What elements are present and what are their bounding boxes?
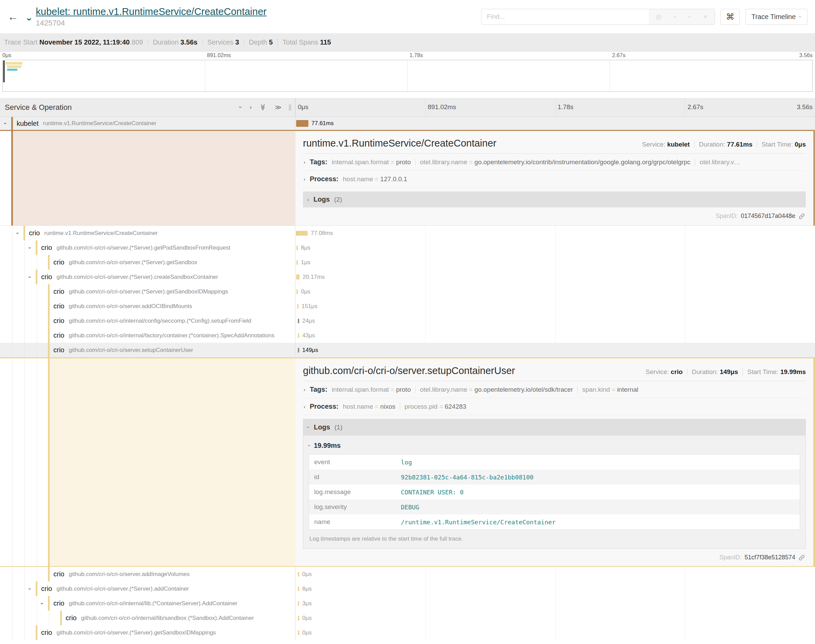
span-duration-bar[interactable] — [298, 601, 299, 606]
chevron-right-icon: › — [303, 159, 305, 165]
keyboard-shortcuts-button[interactable]: ⌘ — [720, 9, 740, 25]
span-duration-bar[interactable] — [298, 587, 299, 591]
trace-minimap: 0μs 891.02ms 1.78s 2.67s 3.56s — [0, 52, 815, 93]
back-icon[interactable]: ← — [8, 11, 18, 23]
chevron-down-icon[interactable]: › — [27, 244, 33, 251]
find-prev-icon[interactable]: › — [670, 9, 678, 25]
span-duration-bar[interactable] — [297, 304, 299, 309]
span-row-sandbox-addcontainer[interactable]: criogithub.com/cri-o/cri-o/internal/lib/… — [0, 611, 815, 625]
chevron-right-icon: › — [303, 176, 305, 182]
process-accordion[interactable]: › Process: host.name=127.0.0.1 — [303, 171, 806, 188]
find-box: ◎ › › × — [481, 9, 715, 25]
detail-indent-area — [0, 358, 296, 566]
span-row-addimagevolumes[interactable]: criogithub.com/cri-o/cri-o/server.addIma… — [0, 567, 815, 581]
find-next-icon[interactable]: › — [686, 9, 694, 25]
service-color-bar — [48, 284, 50, 299]
span-detail-panel-kubelet: runtime.v1.RuntimeService/CreateContaine… — [0, 130, 815, 226]
log-timestamps-note: Log timestamps are relative to the start… — [309, 530, 800, 545]
trace-duration: Duration 3.56s — [153, 38, 197, 46]
detail-title: runtime.v1.RuntimeService/CreateContaine… — [303, 138, 496, 149]
span-detail-panel-setupcontaineruser: github.com/cri-o/cri-o/server.setupConta… — [0, 357, 815, 567]
detail-title: github.com/cri-o/cri-o/server.setupConta… — [303, 365, 515, 376]
view-select-button[interactable]: Trace Timeline › — [745, 9, 807, 25]
minimap-drag-handle[interactable] — [3, 61, 5, 82]
collapse-one-icon[interactable]: › — [236, 106, 244, 108]
chevron-down-icon[interactable]: › — [27, 274, 33, 281]
span-duration-bar[interactable] — [298, 616, 299, 621]
locate-icon[interactable]: ◎ — [651, 12, 666, 21]
service-color-bar — [48, 343, 50, 357]
chevron-down-icon[interactable]: › — [2, 120, 9, 127]
trace-total-spans: Total Spans 115 — [283, 38, 331, 46]
expand-one-icon[interactable]: › — [250, 103, 251, 111]
span-row-getsandbox[interactable]: criogithub.com/cri-o/cri-o/server.(*Serv… — [0, 255, 815, 270]
logs-count: (1) — [335, 424, 342, 431]
chevron-right-icon: › — [303, 403, 305, 409]
span-row-specaddannotations[interactable]: criogithub.com/cri-o/cri-o/internal/fact… — [0, 328, 815, 343]
span-duration-bar[interactable] — [298, 630, 299, 635]
span-duration-label: 77.61ms — [311, 120, 334, 127]
chevron-down-icon[interactable]: › — [15, 230, 21, 237]
log-field-row: log.severityDEBUG — [309, 500, 800, 514]
trace-depth: Depth 5 — [249, 38, 273, 46]
trace-start: Trace Start November 15 2022, 11:19:40.8… — [4, 38, 143, 46]
log-entry-header[interactable]: › 19.99ms — [309, 441, 800, 454]
span-duration-bar[interactable] — [296, 274, 300, 279]
divider — [244, 39, 244, 46]
tags-accordion[interactable]: › Tags: internal.span.format=proto otel.… — [303, 381, 806, 398]
logs-accordion[interactable]: › Logs (2) — [303, 192, 806, 207]
trace-timeline-page: ← › kubelet: runtime.v1.RuntimeService/C… — [0, 0, 815, 644]
span-row-seccomp-setupfromfield[interactable]: criogithub.com/cri-o/cri-o/internal/conf… — [0, 313, 815, 328]
minimap-span-bar-teal — [7, 69, 17, 71]
span-row-addcontainer[interactable]: › criogithub.com/cri-o/cri-o/server.(*Se… — [0, 581, 815, 596]
chevron-down-icon: › — [798, 16, 803, 18]
tree-controls: › › ≫ ≫ — [239, 103, 282, 111]
span-row-getsandboxidmappings-2[interactable]: criogithub.com/cri-o/cri-o/server.(*Serv… — [0, 625, 815, 640]
span-duration-bar[interactable] — [296, 231, 308, 236]
span-row-getsandboxidmappings[interactable]: criogithub.com/cri-o/cri-o/server.(*Serv… — [0, 284, 815, 299]
span-row-containerserver-addcontainer[interactable]: › criogithub.com/cri-o/cri-o/internal/li… — [0, 596, 815, 611]
span-duration-bar[interactable] — [298, 348, 299, 353]
tags-accordion[interactable]: › Tags: internal.span.format=proto otel.… — [303, 154, 806, 171]
process-label: Process: — [310, 175, 339, 183]
span-duration-bar[interactable] — [297, 289, 298, 294]
logs-label: Logs — [314, 196, 330, 203]
minimap-canvas[interactable] — [2, 60, 813, 92]
expand-all-icon[interactable]: ≫ — [275, 103, 282, 111]
process-accordion[interactable]: › Process: host.name=nixos process.pid=6… — [303, 398, 806, 415]
span-duration-bar[interactable] — [298, 333, 299, 338]
logs-count: (2) — [334, 196, 342, 203]
detail-meta: Service: crio Duration: 149μs Start Time… — [646, 368, 806, 376]
chevron-down-icon[interactable]: › — [39, 600, 45, 607]
collapse-all-icon[interactable]: ≫ — [259, 104, 267, 111]
logs-accordion[interactable]: › Logs (1) — [303, 419, 806, 435]
span-duration-bar[interactable] — [298, 319, 299, 324]
span-row-createsandboxcontainer[interactable]: › criogithub.com/cri-o/cri-o/server.(*Se… — [0, 270, 815, 284]
span-row-getpodsandboxfromrequest[interactable]: › criogithub.com/cri-o/cri-o/server.(*Se… — [0, 241, 815, 255]
header-right: ◎ › › × ⌘ Trace Timeline › — [481, 9, 807, 25]
span-duration-bar[interactable] — [297, 260, 298, 265]
span-duration-bar[interactable] — [296, 120, 308, 127]
command-icon: ⌘ — [726, 12, 734, 22]
find-input[interactable] — [481, 9, 649, 25]
trace-title-link[interactable]: kubelet: runtime.v1.RuntimeService/Creat… — [36, 6, 267, 17]
span-row-addocibindmounts[interactable]: criogithub.com/cri-o/cri-o/server.addOCI… — [0, 299, 815, 313]
span-duration-bar[interactable] — [297, 245, 298, 250]
view-select-label: Trace Timeline — [751, 13, 796, 21]
span-row-crio-createcontainer[interactable]: › crioruntime.v1.RuntimeService/CreateCo… — [0, 226, 815, 241]
span-row-setupcontaineruser[interactable]: criogithub.com/cri-o/cri-o/server.setupC… — [0, 343, 815, 357]
service-operation-title: Service & Operation — [5, 103, 239, 112]
chevron-down-icon[interactable]: › — [27, 586, 33, 592]
trace-collapse-chevron-icon[interactable]: › — [24, 18, 35, 21]
process-label: Process: — [310, 403, 339, 410]
span-row-kubelet-createcontainer[interactable]: › kubelet runtime.v1.RuntimeService/Crea… — [0, 117, 815, 130]
find-clear-icon[interactable]: × — [698, 13, 713, 21]
divider — [202, 39, 203, 46]
link-icon[interactable] — [798, 554, 805, 561]
span-duration-bar[interactable] — [298, 572, 299, 577]
link-icon[interactable] — [798, 213, 805, 220]
service-color-bar — [23, 226, 25, 241]
logs-body: › 19.99ms eventlog id92b82381-025c-4a64-… — [303, 435, 806, 549]
column-resize-grip[interactable] — [289, 104, 291, 110]
service-operation-header: Service & Operation › › ≫ ≫ — [0, 98, 296, 117]
